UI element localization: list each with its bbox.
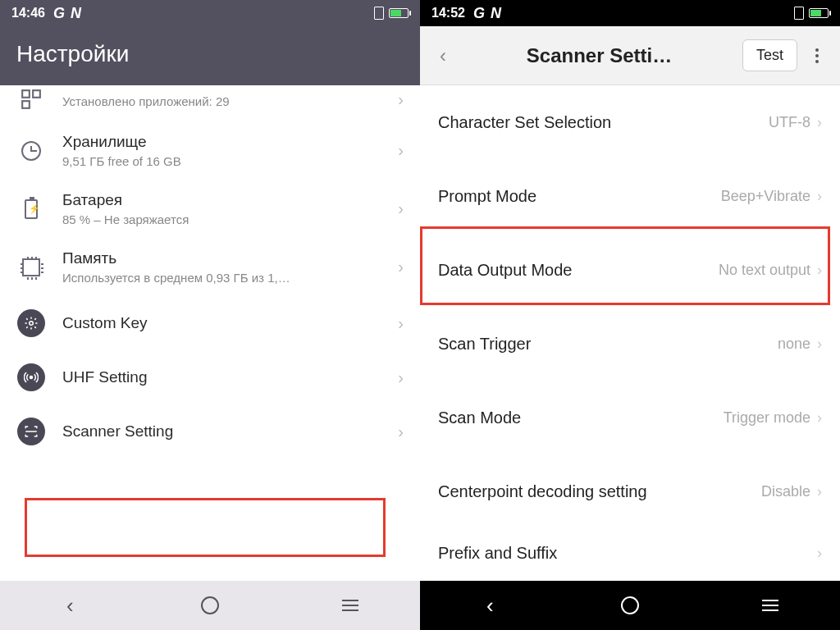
item-title: Character Set Selection (438, 113, 769, 132)
phone-left: 14:46 G N Настройки Установлено приложен… (0, 0, 420, 630)
item-title: Хранилище (62, 133, 398, 151)
settings-list: Установлено приложений: 29 › Хранилище 9… (0, 85, 420, 581)
list-item-battery[interactable]: Батарея 85 % – Не заряжается › (0, 180, 420, 238)
chevron-right-icon: › (398, 314, 404, 333)
list-item-scanner[interactable]: Scanner Setting › (0, 404, 420, 459)
nav-back-button[interactable]: ‹ (37, 593, 103, 619)
chevron-right-icon: › (817, 545, 822, 562)
apps-icon (16, 89, 46, 110)
item-scan-mode[interactable]: Scan Mode Trigger mode › (420, 381, 840, 454)
list-item-uhf[interactable]: UHF Setting › (0, 350, 420, 404)
chevron-right-icon: › (398, 422, 404, 441)
scanner-settings-list: Character Set Selection UTF-8 › Prompt M… (420, 85, 840, 581)
item-scan-trigger[interactable]: Scan Trigger none › (420, 307, 840, 381)
item-value: Disable (761, 483, 810, 500)
list-item-apps[interactable]: Установлено приложений: 29 › (0, 85, 420, 121)
battery-icon (16, 199, 46, 219)
chevron-right-icon: › (398, 368, 404, 387)
nav-home-button[interactable] (597, 596, 663, 614)
item-title: UHF Setting (62, 368, 398, 386)
test-button[interactable]: Test (742, 39, 797, 71)
scanner-icon (16, 418, 46, 445)
sim-icon (374, 7, 384, 20)
chevron-right-icon: › (398, 90, 404, 109)
highlight-scanner-setting (25, 498, 386, 557)
item-subtitle: 9,51 ГБ free of 16 GB (62, 154, 398, 168)
list-item-memory[interactable]: Память Используется в среднем 0,93 ГБ из… (0, 238, 420, 296)
clock-icon (16, 141, 46, 161)
svg-rect-2 (22, 101, 30, 108)
chevron-right-icon: › (817, 409, 822, 427)
status-time: 14:52 (431, 6, 465, 21)
chip-icon (16, 258, 46, 276)
item-subtitle: 85 % – Не заряжается (62, 212, 398, 226)
svg-point-4 (30, 377, 33, 379)
item-title: Prompt Mode (438, 187, 721, 206)
chevron-right-icon: › (398, 258, 404, 276)
item-title: Prefix and Suffix (438, 544, 810, 563)
item-title: Data Output Mode (438, 261, 719, 280)
status-bar-left: 14:46 G N (0, 0, 420, 26)
svg-rect-1 (33, 90, 40, 98)
more-menu-button[interactable] (804, 43, 830, 69)
item-title: Scan Mode (438, 409, 724, 427)
back-button[interactable]: ‹ (430, 43, 456, 69)
svg-rect-0 (22, 90, 30, 98)
item-title: Память (62, 249, 398, 267)
nav-home-button[interactable] (177, 596, 243, 614)
item-value: Beep+Vibrate (721, 188, 810, 205)
item-value: none (778, 336, 810, 353)
page-title: Scanner Setti… (463, 44, 736, 67)
gear-icon (16, 309, 46, 337)
item-title: Scanner Setting (62, 422, 398, 441)
chevron-right-icon: › (817, 188, 822, 205)
chevron-right-icon: › (398, 199, 404, 218)
nav-recents-button[interactable] (317, 600, 383, 611)
nav-recents-button[interactable] (737, 600, 803, 611)
phone-right: 14:52 G N ‹ Scanner Setti… Test Characte… (420, 0, 840, 630)
item-title: Centerpoint decoding setting (438, 482, 761, 501)
antenna-icon (16, 363, 46, 391)
item-data-output[interactable]: Data Output Mode No text output › (420, 233, 840, 307)
chevron-right-icon: › (817, 262, 822, 279)
nav-bar: ‹ (420, 581, 840, 630)
item-value: UTF-8 (769, 114, 810, 131)
item-title: Scan Trigger (438, 335, 778, 354)
item-title: Батарея (62, 191, 398, 209)
item-title: Custom Key (62, 314, 398, 332)
item-prompt-mode[interactable]: Prompt Mode Beep+Vibrate › (420, 159, 840, 233)
item-subtitle: Используется в среднем 0,93 ГБ из 1,… (62, 271, 398, 285)
battery-status-icon (809, 8, 829, 18)
app-header: ‹ Scanner Setti… Test (420, 26, 840, 85)
item-charset[interactable]: Character Set Selection UTF-8 › (420, 85, 840, 159)
item-prefix-suffix[interactable]: Prefix and Suffix › (420, 528, 840, 578)
chevron-right-icon: › (817, 483, 822, 500)
nav-back-button[interactable]: ‹ (457, 593, 523, 619)
list-item-custom-key[interactable]: Custom Key › (0, 296, 420, 350)
status-gn-icon: G N (473, 5, 502, 22)
list-item-storage[interactable]: Хранилище 9,51 ГБ free of 16 GB › (0, 121, 420, 180)
page-title: Настройки (0, 26, 420, 85)
item-subtitle: Установлено приложений: 29 (62, 94, 398, 108)
item-value: No text output (719, 262, 810, 279)
status-bar-right: 14:52 G N (420, 0, 840, 26)
status-gn-icon: G N (53, 5, 82, 22)
chevron-right-icon: › (817, 336, 822, 353)
battery-status-icon (389, 8, 409, 18)
svg-point-3 (30, 322, 34, 326)
nav-bar: ‹ (0, 581, 420, 630)
item-value: Trigger mode (724, 409, 810, 427)
status-time: 14:46 (11, 6, 45, 21)
item-centerpoint[interactable]: Centerpoint decoding setting Disable › (420, 454, 840, 528)
sim-icon (794, 7, 804, 20)
chevron-right-icon: › (398, 141, 404, 160)
chevron-right-icon: › (817, 114, 822, 131)
